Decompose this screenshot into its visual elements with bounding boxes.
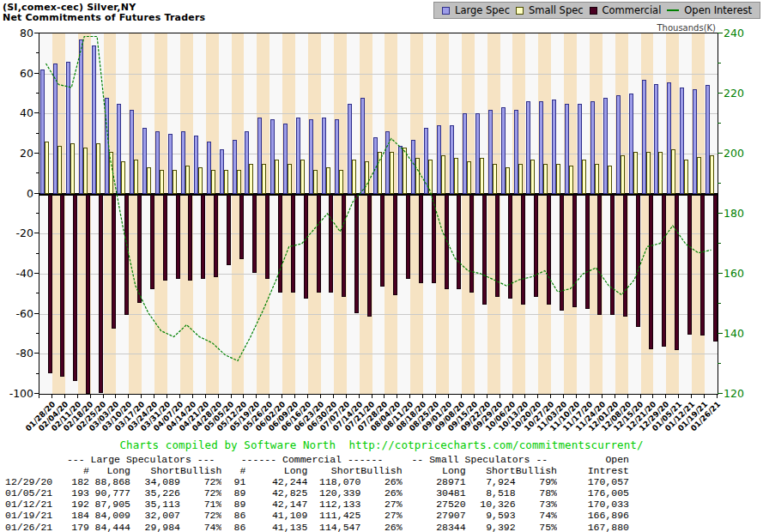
x-axis-tick (615, 395, 615, 398)
table-cell: 42,244 (245, 476, 307, 487)
table-cell: 192 (60, 499, 89, 510)
table-cell: 35,113 (130, 499, 180, 510)
legend-swatch-square (516, 7, 524, 15)
table-cell: 74% (180, 522, 221, 532)
table-cell: 120,339 (307, 487, 360, 499)
x-axis-tick (500, 395, 500, 398)
y-axis-tick-left (34, 153, 39, 154)
group-header-large-spec: --- Large Speculators --- (60, 454, 221, 465)
table-cell: 28344 (403, 522, 466, 532)
y-axis-tick-left (34, 233, 39, 233)
table-row: 01/12/2119287,90535,11371%8942,147112,13… (5, 499, 629, 510)
x-axis-tick (90, 395, 91, 398)
table-cell: 112,133 (307, 499, 360, 510)
table-cell: 114,547 (307, 522, 360, 532)
y-axis-tick-left (34, 33, 39, 33)
y-axis-label-left: 0 (1, 187, 33, 200)
x-axis-tick (359, 395, 360, 398)
table-cell-date: 01/12/21 (5, 499, 60, 510)
table-cell-date: 01/26/21 (5, 522, 60, 532)
y-axis-tick-left (34, 313, 39, 314)
x-axis-tick (307, 395, 308, 398)
y-axis-tick-left (34, 353, 39, 354)
table-cell-date: 01/05/21 (5, 487, 60, 499)
x-axis-tick (524, 395, 525, 398)
table-cell: 72% (180, 476, 221, 487)
x-axis-tick (409, 395, 410, 398)
y-axis-label-left: -60 (1, 307, 33, 320)
x-axis-tick (320, 395, 321, 398)
x-axis-tick (256, 395, 257, 398)
col-header: # (60, 465, 89, 476)
x-axis-tick (678, 395, 679, 398)
table-column-header-row: # Long Short Bullish # Long Short Bullis… (5, 465, 629, 476)
legend-item-commercial: Commercial (590, 4, 662, 16)
group-header-small-spec: -- Small Speculators -- (403, 454, 557, 465)
x-axis-tick (640, 395, 641, 398)
y-axis-minor-tick-left (36, 213, 39, 214)
y-axis-minor-tick-left (36, 333, 39, 334)
x-axis-tick (372, 395, 372, 398)
table-cell: 75% (516, 522, 557, 532)
x-axis-tick (474, 395, 475, 398)
legend-item-large-spec: Large Spec (442, 4, 510, 16)
x-axis-tick (231, 395, 232, 398)
col-header: Long (245, 465, 307, 476)
col-header: Short (130, 465, 180, 476)
table-cell: 35,226 (130, 487, 180, 499)
table-cell: 27520 (403, 499, 466, 510)
col-header: # (221, 465, 245, 476)
table-cell: 182 (60, 476, 89, 487)
x-axis-tick (487, 395, 487, 398)
legend: Large SpecSmall SpecCommercialOpen Inter… (433, 2, 760, 19)
y-axis-label-left: 40 (1, 106, 33, 119)
table-cell: 27% (360, 499, 402, 510)
y-axis-tick-left (34, 73, 39, 74)
table-cell: 166,896 (557, 510, 629, 521)
table-cell: 89 (221, 499, 245, 510)
x-axis-tick (205, 395, 206, 398)
y-axis-minor-tick-left (36, 93, 39, 94)
x-axis-tick (51, 395, 52, 398)
table-cell: 41,135 (245, 522, 307, 532)
table-cell: 9,593 (466, 510, 516, 521)
x-axis-tick (294, 395, 295, 398)
y-axis-label-right: 240 (724, 27, 761, 39)
credit-text: Charts compiled by Software North (119, 438, 348, 451)
y-axis-tick-right (718, 153, 723, 154)
y-axis-label-left: 80 (1, 27, 33, 39)
credit-url[interactable]: http://cotpricecharts.com/commitmentscur… (348, 438, 643, 451)
x-axis-tick (179, 395, 180, 398)
table-cell: 26% (360, 487, 402, 499)
table-cell: 42,825 (245, 487, 307, 499)
legend-label: Open Interest (684, 4, 752, 16)
x-axis-tick (576, 395, 577, 398)
table-cell: 34,089 (130, 476, 180, 487)
table-cell: 10,326 (466, 499, 516, 510)
x-axis-tick (64, 395, 65, 398)
legend-swatch-open-interest-line (667, 9, 679, 11)
table-row: 01/26/2117984,44429,98474%8641,135114,54… (5, 522, 629, 532)
y-axis-minor-tick-right (718, 243, 721, 244)
legend-label: Commercial (603, 4, 662, 16)
table-cell-date: 12/29/20 (5, 476, 60, 487)
col-header: Bullish (360, 465, 402, 476)
y-axis-label-left: -80 (1, 347, 33, 360)
table-cell: 79% (516, 476, 557, 487)
y-axis-minor-tick-right (718, 303, 721, 304)
y-axis-tick-right (718, 393, 723, 394)
y-axis-minor-tick-right (718, 183, 721, 184)
plot-area (39, 33, 718, 395)
y-axis-label-right: 200 (724, 147, 761, 160)
x-axis-tick (652, 395, 653, 398)
x-axis-tick (589, 395, 590, 398)
col-header: Bullish (516, 465, 557, 476)
x-axis-tick (115, 395, 116, 398)
table-cell: 27% (360, 510, 402, 521)
table-cell: 170,057 (557, 476, 629, 487)
legend-label: Large Spec (455, 4, 510, 16)
col-header (5, 465, 60, 476)
table-cell: 89 (221, 487, 245, 499)
table-cell: 71% (180, 499, 221, 510)
y-axis-minor-tick-right (718, 123, 721, 124)
